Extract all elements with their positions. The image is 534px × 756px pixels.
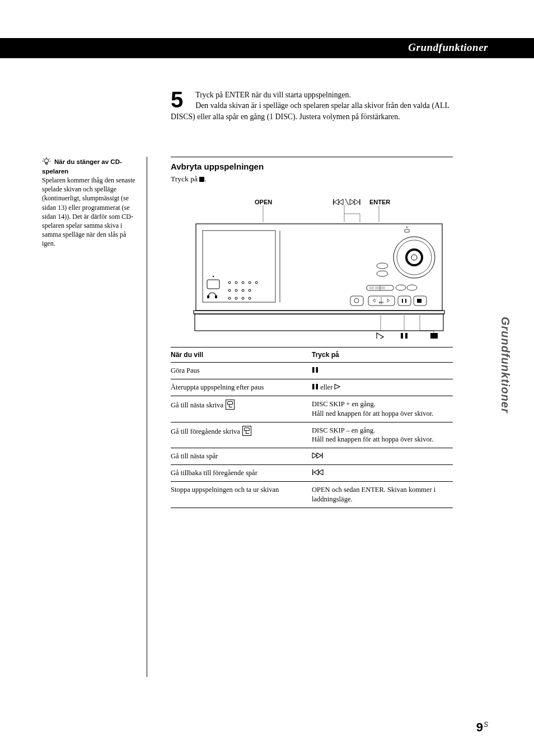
column-divider [147,157,147,677]
td-press: DISC SKIP + en gång. Håll ned knappen fö… [312,396,453,422]
side-tab: Grundfunktioner [499,317,512,414]
table-row: Gå tillbaka till föregående spår [171,465,453,482]
svg-rect-26 [215,295,217,298]
svg-point-47 [377,263,388,269]
svg-marker-12 [354,199,359,205]
tip-icon [42,157,51,166]
svg-marker-11 [350,199,354,205]
svg-point-54 [407,285,417,290]
section-body-post: . [204,175,206,183]
svg-point-34 [242,289,244,292]
svg-rect-64 [405,299,406,303]
table-row: Göra Paus [171,363,453,379]
th-press: Tryck på [312,348,453,363]
svg-point-33 [235,289,237,292]
svg-point-27 [228,281,231,284]
td-press [312,465,453,482]
step-text: Tryck på ENTER när du vill starta uppspe… [171,90,453,122]
svg-rect-1 [46,163,48,165]
stop-icon [199,177,204,182]
svg-point-28 [235,281,237,284]
svg-point-35 [249,289,251,292]
td-when: Gå till nästa skriva [171,396,312,422]
prev-icon [312,469,324,477]
or-text: eller [320,383,334,391]
svg-marker-72 [377,333,383,339]
svg-rect-63 [402,299,403,303]
svg-rect-77 [316,367,318,373]
table-row: Gå till föregående skriva DISC SKIP – en… [171,422,453,448]
svg-rect-45 [405,229,409,232]
diagram-label-open: OPEN [255,199,272,205]
svg-point-46 [406,227,407,228]
svg-marker-85 [314,469,318,475]
svg-point-38 [242,297,244,299]
svg-rect-78 [312,384,315,389]
svg-marker-9 [339,199,343,205]
diagram-label-enter: ENTER [369,199,390,205]
svg-marker-60 [387,299,390,302]
step-line-1: Tryck på ENTER när du vill starta uppspe… [195,91,351,99]
svg-rect-13 [359,199,360,205]
svg-rect-25 [207,295,209,298]
svg-line-3 [43,158,44,159]
tip-block: När du stänger av CD-spelaren Spelaren k… [42,157,140,248]
step-5: 5 Tryck på ENTER när du vill starta upps… [171,90,453,122]
svg-rect-74 [405,333,407,339]
svg-rect-76 [312,367,315,373]
svg-point-56 [354,298,359,303]
svg-point-32 [228,289,231,292]
svg-line-10 [345,199,349,205]
td-press [312,448,453,465]
header-bar: Grundfunktioner [0,38,534,58]
td-press: OPEN och sedan ENTER. Skivan kommer i la… [312,482,453,508]
td-when: Gå till föregående skriva [171,422,312,448]
section-body: Tryck på . [171,175,453,184]
svg-rect-83 [322,453,323,458]
pause-icon [312,383,318,391]
svg-rect-79 [316,384,318,389]
td-when-text: Gå till föregående skriva [171,428,240,435]
svg-point-36 [228,297,231,299]
svg-marker-82 [317,453,321,458]
svg-rect-75 [430,333,438,339]
next-icon [312,452,324,460]
svg-rect-19 [196,224,442,311]
svg-point-48 [377,271,388,276]
pause-icon [312,367,318,374]
svg-point-53 [396,285,406,290]
svg-marker-58 [373,299,375,302]
td-when: Gå till nästa spår [171,448,312,465]
disc-icon [242,426,251,436]
svg-rect-22 [203,231,275,302]
table-row: Gå till nästa spår [171,448,453,465]
svg-rect-62 [398,296,411,306]
svg-point-0 [44,159,48,163]
table-row: Gå till nästa skriva DISC SKIP + en gång… [171,396,453,422]
td-press: DISC SKIP – en gång. Håll ned knappen fö… [312,422,453,448]
svg-point-31 [255,281,257,284]
step-number: 5 [171,90,183,110]
device-diagram: OPEN ENTER [190,199,448,339]
th-when: När du vill [171,348,312,363]
device-body: AMS [190,221,448,339]
section-heading: Avbryta uppspelningen [171,162,453,171]
svg-point-43 [406,250,422,265]
section-rule [171,157,453,157]
svg-rect-73 [401,333,403,339]
page-number-value: 9 [476,720,483,734]
controls-table: När du vill Tryck på Göra Paus Återuppta… [171,347,453,508]
svg-rect-55 [350,296,363,306]
section-avbryta: Avbryta uppspelningen Tryck på . [171,157,453,184]
td-press [312,363,453,379]
svg-point-39 [249,297,251,299]
svg-rect-20 [194,311,444,314]
table-row: Stoppa uppspelningen och ta ur skivan OP… [171,482,453,508]
header-section-title: Grundfunktioner [408,41,488,54]
svg-rect-52 [375,287,385,289]
page-number: 9S [476,720,488,735]
svg-marker-8 [334,199,339,205]
svg-rect-84 [312,469,313,475]
skip-icon [333,199,361,205]
td-when: Återuppta uppspelning efter paus [171,379,312,396]
